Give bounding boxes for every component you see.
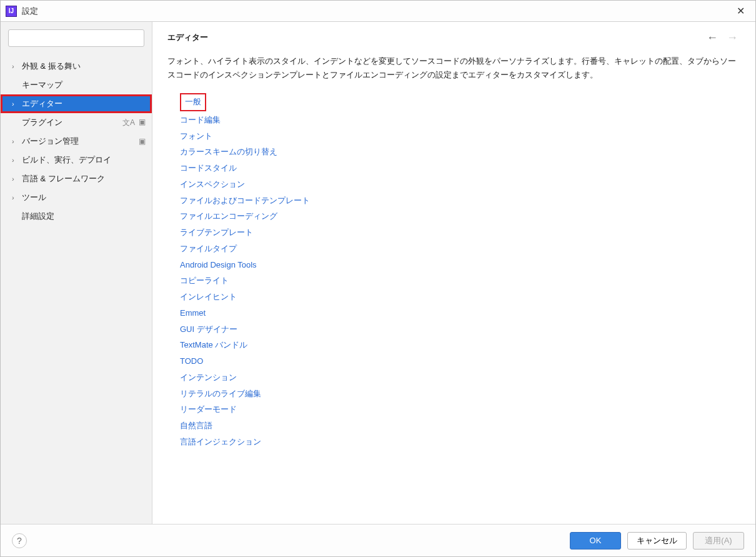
subpage-link[interactable]: GUI デザイナー — [180, 323, 237, 337]
box-icon: ▣ — [139, 118, 146, 128]
close-icon[interactable]: ✕ — [730, 1, 750, 21]
sidebar-item-label: キーマップ — [22, 79, 146, 91]
sidebar-item-6[interactable]: ›言語 & フレームワーク — [1, 169, 152, 188]
subpage-link[interactable]: TextMate バンドル — [180, 338, 247, 353]
subpage-link[interactable]: リテラルのライブ編集 — [180, 387, 261, 401]
sidebar-item-label: 言語 & フレームワーク — [22, 173, 146, 184]
ok-button[interactable]: OK — [570, 532, 621, 549]
sidebar-item-label: ビルド、実行、デプロイ — [22, 154, 146, 166]
help-button[interactable]: ? — [12, 533, 27, 548]
subpage-link[interactable]: 一般 — [180, 93, 206, 111]
sidebar-item-label: 外観 & 振る舞い — [22, 61, 146, 72]
subpage-link-item: ライブテンプレート — [180, 226, 738, 240]
cancel-button[interactable]: キャンセル — [627, 532, 687, 549]
chevron-right-icon: › — [12, 175, 22, 183]
subpage-link-item: Emmet — [180, 306, 738, 321]
sidebar-item-label: ツール — [22, 192, 146, 203]
sidebar-item-label: バージョン管理 — [22, 136, 139, 147]
content-panel: エディター ← → フォント、ハイライト表示のスタイル、インデントなどを変更して… — [152, 22, 755, 524]
subpage-link-item: 自然言語 — [180, 419, 738, 433]
subpage-link-item: フォント — [180, 129, 738, 144]
subpage-link-item: リーダーモード — [180, 403, 738, 417]
subpage-link-item: インスペクション — [180, 178, 738, 192]
sidebar-item-badges: ▣ — [139, 137, 146, 146]
box-icon: ▣ — [139, 137, 146, 146]
subpage-link[interactable]: インレイヒント — [180, 290, 237, 304]
page-description: フォント、ハイライト表示のスタイル、インデントなどを変更してソースコードの外観を… — [167, 54, 738, 82]
dialog-footer: ? OK キャンセル 適用(A) — [1, 524, 755, 556]
subpage-link-item: 一般 — [180, 93, 738, 111]
sidebar-item-4[interactable]: ›バージョン管理▣ — [1, 132, 152, 151]
sidebar-item-2[interactable]: ›エディター — [1, 94, 152, 113]
sidebar: ▾ ›外観 & 振る舞い›キーマップ›エディター›プラグイン文A▣›バージョン管… — [1, 22, 152, 524]
subpage-link-item: TODO — [180, 354, 738, 369]
subpage-link-item: ファイルエンコーディング — [180, 209, 738, 224]
lang-icon: 文A — [122, 118, 135, 128]
page-title: エディター — [167, 32, 208, 43]
subpage-link[interactable]: 自然言語 — [180, 419, 212, 433]
main-area: ▾ ›外観 & 振る舞い›キーマップ›エディター›プラグイン文A▣›バージョン管… — [1, 22, 755, 524]
subpage-link[interactable]: コピーライト — [180, 274, 229, 288]
subpage-link-item: コピーライト — [180, 274, 738, 288]
subpage-link-item: リテラルのライブ編集 — [180, 387, 738, 401]
subpage-link[interactable]: インスペクション — [180, 178, 245, 192]
subpage-link[interactable]: ファイルタイプ — [180, 242, 237, 256]
subpage-link[interactable]: コードスタイル — [180, 161, 237, 176]
chevron-right-icon: › — [12, 156, 22, 164]
subpage-link[interactable]: インテンション — [180, 371, 237, 385]
forward-icon[interactable]: → — [727, 32, 738, 43]
subpage-link[interactable]: フォント — [180, 129, 212, 144]
subpage-link-item: 言語インジェクション — [180, 435, 738, 449]
subpage-link-item: インテンション — [180, 371, 738, 385]
subpage-link[interactable]: Emmet — [180, 306, 206, 321]
window-title: 設定 — [22, 6, 38, 17]
chevron-right-icon: › — [12, 194, 22, 201]
sidebar-item-0[interactable]: ›外観 & 振る舞い — [1, 57, 152, 76]
subpage-link[interactable]: TODO — [180, 354, 203, 369]
subpage-link-item: ファイルおよびコードテンプレート — [180, 194, 738, 208]
settings-tree: ›外観 & 振る舞い›キーマップ›エディター›プラグイン文A▣›バージョン管理▣… — [1, 54, 152, 228]
subpage-link-item: ファイルタイプ — [180, 242, 738, 256]
sidebar-item-label: エディター — [22, 98, 146, 109]
subpage-links: 一般コード編集フォントカラースキームの切り替えコードスタイルインスペクションファ… — [167, 93, 738, 449]
history-nav: ← → — [707, 32, 738, 43]
subpage-link[interactable]: コード編集 — [180, 113, 221, 128]
subpage-link-item: GUI デザイナー — [180, 323, 738, 337]
subpage-link[interactable]: カラースキームの切り替え — [180, 145, 277, 159]
chevron-right-icon: › — [12, 100, 22, 108]
subpage-link-item: カラースキームの切り替え — [180, 145, 738, 159]
subpage-link-item: コードスタイル — [180, 161, 738, 176]
subpage-link[interactable]: ライブテンプレート — [180, 226, 253, 240]
apply-button[interactable]: 適用(A) — [693, 532, 744, 549]
sidebar-item-label: 詳細設定 — [22, 211, 146, 222]
subpage-link-item: TextMate バンドル — [180, 338, 738, 353]
sidebar-item-5[interactable]: ›ビルド、実行、デプロイ — [1, 151, 152, 169]
sidebar-item-badges: 文A▣ — [122, 118, 146, 128]
sidebar-item-1[interactable]: ›キーマップ — [1, 76, 152, 94]
search-input[interactable] — [8, 29, 144, 47]
sidebar-item-label: プラグイン — [22, 117, 122, 128]
subpage-link[interactable]: ファイルエンコーディング — [180, 209, 277, 224]
app-icon: IJ — [6, 6, 17, 17]
subpage-link[interactable]: ファイルおよびコードテンプレート — [180, 194, 310, 208]
chevron-right-icon: › — [12, 138, 22, 145]
sidebar-item-3[interactable]: ›プラグイン文A▣ — [1, 113, 152, 132]
sidebar-item-7[interactable]: ›ツール — [1, 188, 152, 207]
subpage-link[interactable]: 言語インジェクション — [180, 435, 261, 449]
chevron-right-icon: › — [12, 63, 22, 70]
sidebar-item-8[interactable]: ›詳細設定 — [1, 207, 152, 226]
subpage-link[interactable]: Android Design Tools — [180, 258, 257, 273]
titlebar: IJ 設定 ✕ — [1, 1, 755, 22]
subpage-link-item: Android Design Tools — [180, 258, 738, 273]
subpage-link-item: インレイヒント — [180, 290, 738, 304]
subpage-link-item: コード編集 — [180, 113, 738, 128]
subpage-link[interactable]: リーダーモード — [180, 403, 237, 417]
back-icon[interactable]: ← — [707, 32, 718, 43]
